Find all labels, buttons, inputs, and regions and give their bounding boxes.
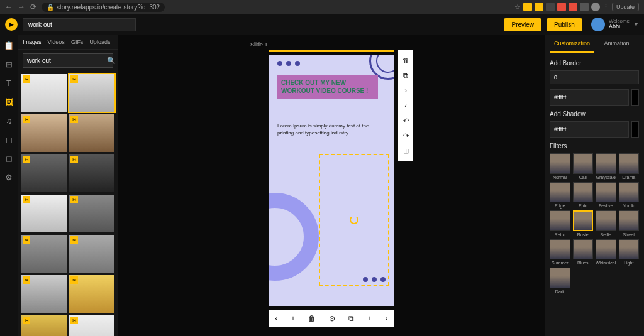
user-menu[interactable]: Welcome Abhi ▼ — [591, 18, 639, 31]
element-toolbar: 🗑 ⧉ › ‹ ↶ ↷ ⊞ — [398, 50, 413, 161]
redo-icon[interactable]: ↷ — [398, 128, 413, 143]
shadow-label: Add Shadow — [550, 111, 639, 117]
tab-uploads[interactable]: Uploads — [89, 39, 110, 45]
media-thumb[interactable]: ✂ — [21, 195, 67, 232]
preview-button[interactable]: Preview — [504, 18, 541, 31]
delete-icon[interactable]: 🗑 — [308, 314, 316, 323]
media-thumb[interactable]: ✂ — [69, 195, 114, 232]
back-icon[interactable]: ← — [5, 3, 13, 11]
delete-icon[interactable]: 🗑 — [398, 53, 413, 68]
filter-edge[interactable]: Edge — [550, 182, 570, 209]
text-icon[interactable]: T — [4, 78, 14, 88]
tab-customization[interactable]: Customization — [550, 35, 594, 53]
filter-nordic[interactable]: Nordic — [619, 182, 640, 209]
avatar — [591, 18, 605, 31]
border-color-input[interactable] — [550, 89, 629, 106]
app-header: Preview Publish Welcome Abhi ▼ — [0, 14, 644, 35]
undo-icon[interactable]: ↶ — [398, 113, 413, 128]
ext-icon[interactable] — [546, 3, 555, 11]
media-thumb[interactable]: ✂ — [21, 235, 67, 273]
headline-text[interactable]: CHECK OUT MY NEW WORKOUT VIDEO COURSE ! — [277, 75, 378, 99]
music-icon[interactable]: ♫ — [4, 116, 14, 126]
tab-videos[interactable]: Videos — [48, 39, 65, 45]
filter-drama[interactable]: Drama — [619, 153, 640, 180]
slide-canvas[interactable]: CHECK OUT MY NEW WORKOUT VIDEO COURSE ! … — [269, 55, 394, 306]
selection-box[interactable] — [319, 154, 389, 286]
menu-icon[interactable]: ⋮ — [602, 3, 609, 11]
ext-icon[interactable] — [535, 3, 543, 11]
tab-images[interactable]: Images — [23, 39, 42, 45]
publish-button[interactable]: Publish — [547, 18, 582, 31]
shadow-color-input[interactable] — [550, 121, 629, 138]
next-slide-icon[interactable]: › — [385, 314, 387, 323]
shadow-color-swatch[interactable] — [631, 121, 639, 138]
filter-summer[interactable]: Summer — [550, 239, 570, 266]
grid-icon[interactable]: ⊞ — [398, 143, 413, 158]
filter-light[interactable]: Light — [619, 239, 640, 266]
filter-festive[interactable]: Festive — [596, 182, 616, 209]
update-button[interactable]: Update — [612, 3, 639, 11]
ext-icon[interactable] — [557, 3, 566, 11]
media-panel: Images Videos GIFs Uploads 🔍 ✂ ✂ ✂ ✂ ✂ ✂… — [18, 35, 118, 336]
media-thumb[interactable]: ✂ — [69, 315, 114, 336]
filter-normal[interactable]: Normal — [550, 153, 570, 180]
backward-icon[interactable]: ‹ — [398, 98, 413, 113]
app-logo[interactable] — [5, 18, 18, 31]
media-thumb[interactable]: ✂ — [69, 154, 114, 192]
border-color-swatch[interactable] — [631, 89, 639, 106]
tab-animation[interactable]: Animation — [594, 35, 639, 53]
filter-whimsical[interactable]: Whimsical — [596, 239, 616, 266]
profile-icon[interactable] — [591, 3, 600, 11]
border-width-input[interactable] — [550, 70, 639, 84]
filter-retro[interactable]: Retro — [550, 210, 570, 237]
filters-label: Filters — [550, 143, 639, 149]
tab-gifs[interactable]: GIFs — [71, 39, 84, 45]
cube-icon[interactable]: ◻ — [4, 134, 14, 144]
filter-dark[interactable]: Dark — [550, 268, 570, 294]
media-thumb[interactable]: ✂ — [21, 275, 67, 313]
star-icon[interactable]: ☆ — [514, 3, 521, 11]
body-text[interactable]: Lorem Ipsum is simply dummy text of the … — [277, 122, 378, 136]
filter-blues[interactable]: Blues — [573, 239, 594, 266]
clipboard-icon[interactable]: 📋 — [4, 40, 14, 50]
gear-icon[interactable]: ⚙ — [4, 172, 14, 182]
media-thumb[interactable]: ✂ — [69, 275, 114, 313]
forward-icon[interactable]: → — [18, 3, 25, 11]
ext-icon[interactable] — [569, 3, 577, 11]
copy-icon[interactable]: ⧉ — [398, 68, 413, 83]
filter-street[interactable]: Street — [619, 210, 640, 237]
loading-spinner — [350, 215, 358, 224]
add-icon[interactable]: + — [367, 314, 372, 323]
forward-icon[interactable]: › — [398, 83, 413, 98]
box-icon[interactable]: ◻ — [4, 153, 14, 163]
prev-slide-icon[interactable]: ‹ — [275, 314, 277, 323]
filter-rosie[interactable]: Rosie — [573, 210, 594, 237]
slide-toolbar: ‹ + 🗑 ⊙ ⧉ + › — [269, 310, 394, 327]
media-thumb[interactable]: ✂ — [69, 74, 114, 112]
media-thumb[interactable]: ✂ — [21, 74, 67, 112]
filter-selfie[interactable]: Selfie — [596, 210, 616, 237]
play-icon[interactable]: ⊙ — [329, 314, 335, 323]
search-icon[interactable]: 🔍 — [107, 57, 116, 65]
filter-grayscale[interactable]: Grayscale — [596, 153, 616, 180]
duplicate-icon[interactable]: ⧉ — [348, 314, 354, 323]
filter-epic[interactable]: Epic — [573, 182, 594, 209]
media-thumb[interactable]: ✂ — [69, 235, 114, 273]
filter-grid: NormalCaliGrayscaleDramaEdgeEpicFestiveN… — [550, 153, 639, 294]
media-search-input[interactable] — [27, 57, 107, 64]
media-thumb[interactable]: ✂ — [21, 315, 67, 336]
right-panel: Customization Animation Add Border Add S… — [545, 35, 644, 336]
url-bar[interactable]: 🔒 story.reelapps.io/create-story?id=302 — [42, 3, 165, 12]
ext-icon[interactable] — [580, 3, 589, 11]
media-thumb[interactable]: ✂ — [69, 114, 114, 152]
header-search-input[interactable] — [23, 18, 136, 31]
add-icon[interactable]: + — [291, 314, 295, 323]
media-search[interactable]: 🔍 — [23, 53, 113, 68]
reload-icon[interactable]: ⟳ — [30, 3, 36, 11]
media-thumb[interactable]: ✂ — [21, 114, 67, 152]
filter-cali[interactable]: Cali — [573, 153, 594, 180]
media-thumb[interactable]: ✂ — [21, 154, 67, 192]
layout-icon[interactable]: ⊞ — [4, 59, 14, 69]
image-icon[interactable]: 🖼 — [4, 97, 14, 107]
ext-icon[interactable] — [523, 3, 532, 11]
